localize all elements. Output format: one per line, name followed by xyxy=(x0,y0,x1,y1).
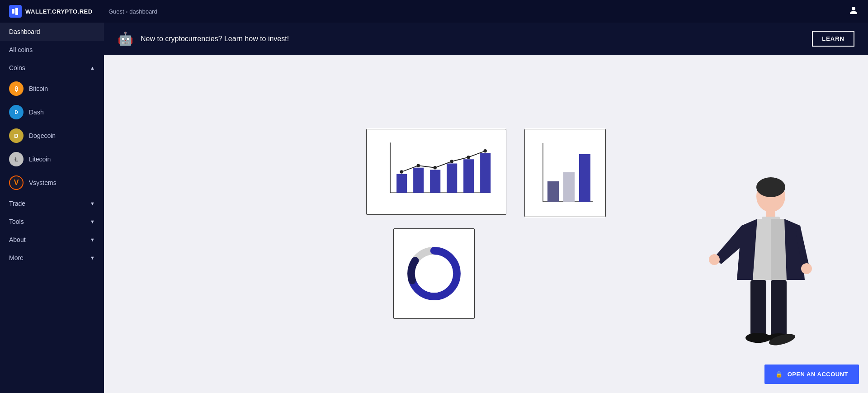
sidebar-about-label: About xyxy=(9,236,26,243)
chevron-down-icon: ▼ xyxy=(90,201,95,206)
svg-rect-33 xyxy=(750,280,766,339)
dash-icon: D xyxy=(9,105,24,119)
person-illustration xyxy=(687,167,823,393)
svg-point-35 xyxy=(745,333,771,343)
banner: 🤖 New to cryptocurrencies? Learn how to … xyxy=(104,23,868,55)
svg-rect-8 xyxy=(413,168,424,193)
svg-point-2 xyxy=(852,7,855,10)
svg-rect-1 xyxy=(15,8,18,15)
sidebar-section-tools[interactable]: Tools ▼ xyxy=(0,213,104,231)
chevron-down-icon: ▼ xyxy=(90,219,95,224)
svg-text:D: D xyxy=(14,110,18,115)
coins-list: ₿ Bitcoin D Dash Ð Dogecoin Ł Litecoin xyxy=(0,77,104,194)
logo[interactable]: WALLET.CRYPTO.RED xyxy=(9,5,93,18)
donut-chart-card xyxy=(393,228,475,319)
topbar: WALLET.CRYPTO.RED Guest › dashboard xyxy=(0,0,868,23)
sidebar-section-coins[interactable]: Coins ▲ xyxy=(0,59,104,77)
chevron-up-icon: ▲ xyxy=(90,65,95,71)
banner-icon: 🤖 xyxy=(118,31,133,46)
chevron-down-icon: ▼ xyxy=(90,255,95,260)
svg-point-28 xyxy=(756,177,785,197)
sidebar-tools-label: Tools xyxy=(9,218,24,225)
breadcrumb: Guest › dashboard xyxy=(108,8,157,15)
svg-rect-11 xyxy=(463,159,474,193)
svg-rect-10 xyxy=(447,164,457,193)
sidebar: Dashboard All coins Coins ▲ ₿ Bitcoin D xyxy=(0,23,104,393)
bitcoin-icon: ₿ xyxy=(9,81,24,96)
bar-line-chart-svg xyxy=(376,138,497,205)
sidebar-section-more[interactable]: More ▼ xyxy=(0,249,104,267)
bitcoin-label: Bitcoin xyxy=(29,85,48,92)
svg-point-14 xyxy=(417,164,420,167)
open-account-label: OPEN AN ACCOUNT xyxy=(788,371,848,378)
layout: Dashboard All coins Coins ▲ ₿ Bitcoin D xyxy=(0,23,868,393)
sidebar-trade-label: Trade xyxy=(9,200,25,207)
sidebar-item-all-coins[interactable]: All coins xyxy=(0,41,104,59)
vsystems-icon: V xyxy=(9,175,24,190)
sidebar-item-vsystems[interactable]: V Vsystems xyxy=(0,171,104,194)
svg-rect-9 xyxy=(430,170,440,193)
sidebar-item-litecoin[interactable]: Ł Litecoin xyxy=(0,147,104,171)
svg-rect-25 xyxy=(563,172,575,202)
charts-wrapper xyxy=(366,129,606,319)
svg-rect-24 xyxy=(547,181,559,202)
sidebar-section-trade[interactable]: Trade ▼ xyxy=(0,194,104,213)
sidebar-item-all-coins-label: All coins xyxy=(9,46,33,53)
svg-point-15 xyxy=(434,166,437,169)
svg-rect-26 xyxy=(579,154,590,202)
donut-chart-svg xyxy=(403,240,465,308)
svg-rect-0 xyxy=(12,9,14,14)
bar-chart2-svg xyxy=(534,138,597,213)
svg-point-13 xyxy=(400,170,403,173)
dashboard-content xyxy=(104,55,868,393)
sidebar-item-dogecoin[interactable]: Ð Dogecoin xyxy=(0,124,104,147)
sidebar-item-bitcoin[interactable]: ₿ Bitcoin xyxy=(0,77,104,100)
illustration xyxy=(687,167,823,393)
charts-right xyxy=(524,129,606,217)
sidebar-coins-label: Coins xyxy=(9,64,25,71)
open-account-button[interactable]: 🔒 OPEN AN ACCOUNT xyxy=(764,365,859,384)
svg-point-32 xyxy=(801,263,812,274)
litecoin-icon: Ł xyxy=(9,152,24,166)
svg-point-18 xyxy=(484,149,487,152)
lock-icon: 🔒 xyxy=(775,371,783,378)
logo-text: WALLET.CRYPTO.RED xyxy=(25,8,93,15)
svg-rect-34 xyxy=(771,280,787,339)
sidebar-item-dashboard-label: Dashboard xyxy=(9,28,40,35)
vsystems-label: Vsystems xyxy=(29,179,57,186)
svg-point-16 xyxy=(450,160,453,163)
chevron-down-icon: ▼ xyxy=(90,237,95,242)
learn-button[interactable]: LEARN xyxy=(812,31,854,47)
doge-icon: Ð xyxy=(9,128,24,143)
litecoin-label: Litecoin xyxy=(29,156,51,163)
charts-left xyxy=(366,129,506,319)
svg-rect-7 xyxy=(396,174,407,193)
bar-line-chart-card xyxy=(366,129,506,215)
sidebar-more-label: More xyxy=(9,254,24,261)
logo-icon xyxy=(9,5,22,18)
sidebar-item-dash[interactable]: D Dash xyxy=(0,100,104,124)
banner-left: 🤖 New to cryptocurrencies? Learn how to … xyxy=(118,31,289,46)
bar-chart2-card xyxy=(524,129,606,217)
sidebar-item-dashboard[interactable]: Dashboard xyxy=(0,23,104,41)
main-content: 🤖 New to cryptocurrencies? Learn how to … xyxy=(104,23,868,393)
svg-point-17 xyxy=(467,156,470,159)
dogecoin-label: Dogecoin xyxy=(29,132,56,139)
dash-label: Dash xyxy=(29,109,44,116)
user-icon[interactable] xyxy=(848,5,859,18)
svg-rect-12 xyxy=(480,153,491,193)
banner-text: New to cryptocurrencies? Learn how to in… xyxy=(141,35,289,43)
svg-point-31 xyxy=(709,254,720,265)
sidebar-section-about[interactable]: About ▼ xyxy=(0,231,104,249)
